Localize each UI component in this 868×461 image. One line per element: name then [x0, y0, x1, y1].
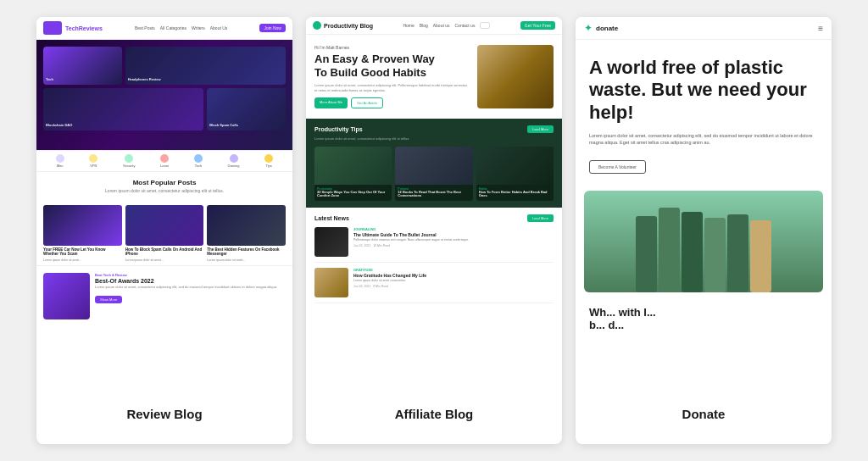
- logo-box: [43, 21, 62, 35]
- hero-grid: Tech Headphones Review Blockchain DAO Bl…: [43, 47, 286, 131]
- award-cta-button[interactable]: Show More: [95, 296, 122, 303]
- affiliate-blog-header: Productivity Blog Home Blog About us Con…: [306, 17, 562, 35]
- prod-post-3-content: Habits How To Form Better Habits And Bre…: [476, 185, 554, 202]
- prod-post-1-img: [314, 147, 392, 185]
- person-3: [682, 212, 703, 292]
- popular-post-1-desc: Lorem ipsum dolor sit amet...: [43, 258, 122, 262]
- nav-item-1[interactable]: Best Posts: [135, 25, 155, 31]
- search-icon[interactable]: [480, 22, 490, 29]
- news-item-2-img: [314, 268, 348, 297]
- popular-post-2-title: How To Block Spam Calls On Android And i…: [125, 247, 204, 257]
- news-item-2-title: How Gratitude Has Changed My Life: [353, 273, 554, 278]
- news-item-1-date: Jun 23, 2021 · 10 Min Read: [353, 244, 554, 247]
- donate-label: Donate: [576, 398, 832, 430]
- news-item-2-tag: GRATITUDE: [353, 268, 554, 272]
- nav-item-4[interactable]: About Us: [210, 25, 228, 31]
- main-container: TechReviews Best Posts All Categories Wr…: [0, 0, 868, 461]
- donate-team-image: [584, 191, 823, 292]
- review-blog-cta[interactable]: Join Now: [259, 24, 286, 32]
- review-blog-label: Review Blog: [36, 398, 292, 430]
- hero-secondary-btn[interactable]: Get An Article: [351, 97, 383, 108]
- hero-description: Lorem ipsum dolor sit amet, consectetur …: [314, 83, 470, 92]
- award-image: [43, 273, 90, 319]
- productivity-posts-grid: Productivity 32 Simple Ways You Can Step…: [314, 147, 554, 202]
- category-icon-2[interactable]: VPN: [89, 154, 97, 168]
- category-icon-1[interactable]: Mac: [56, 154, 64, 168]
- category-icon-6[interactable]: Gaming: [228, 154, 240, 168]
- donate-header: ✦ donate ≡: [576, 17, 832, 40]
- productivity-header: Productivity Tips Load More: [314, 125, 554, 133]
- review-blog-header: TechReviews Best Posts All Categories Wr…: [36, 17, 292, 40]
- news-load-more[interactable]: Load More: [527, 214, 554, 222]
- grid-item-1[interactable]: Tech: [43, 47, 122, 85]
- popular-post-3-desc: Lorem ipsum dolor sit amet...: [207, 258, 286, 262]
- grid-item-2-title: Headphones Review: [128, 78, 161, 82]
- prod-post-1-content: Productivity 32 Simple Ways You Can Step…: [314, 185, 392, 202]
- hero-primary-btn[interactable]: More About Me: [314, 97, 348, 108]
- prod-post-2-content: Podcast 12 Books To Read That Boost The …: [395, 185, 472, 202]
- news-section: Latest News Load More JOURNALING The Ult…: [306, 208, 562, 315]
- review-blog-nav: Best Posts All Categories Writers About …: [135, 25, 227, 31]
- grid-item-4[interactable]: Block Spam Calls: [207, 88, 286, 131]
- hamburger-menu-icon[interactable]: ≡: [818, 24, 823, 33]
- aff-nav-about[interactable]: About us: [433, 23, 450, 28]
- aff-nav-home[interactable]: Home: [403, 23, 414, 28]
- affiliate-blog-label: Affiliate Blog: [306, 398, 562, 430]
- popular-post-1-title: Your FREE Car Now Let You Know Whether Y…: [43, 247, 122, 257]
- donate-preview: ✦ donate ≡ A world free of plastic waste…: [576, 17, 832, 398]
- productivity-title: Productivity Tips: [314, 126, 363, 132]
- news-item-2[interactable]: GRATITUDE How Gratitude Has Changed My L…: [314, 268, 554, 303]
- person-5: [727, 214, 748, 292]
- affiliate-blog-card: Productivity Blog Home Blog About us Con…: [306, 17, 562, 444]
- grid-item-2[interactable]: Headphones Review: [125, 47, 286, 85]
- donate-hero-description: Lorem ipsum dolor sit amet, consectetur …: [589, 132, 818, 147]
- award-title: Best-Of Awards 2022: [95, 278, 286, 284]
- grid-item-3-title: Blockchain DAO: [46, 124, 72, 128]
- people-group: [584, 191, 823, 292]
- popular-post-3[interactable]: The Best Hidden Features On Facebook Mes…: [207, 205, 286, 262]
- nav-item-3[interactable]: Writers: [192, 25, 205, 31]
- prod-post-2-img: [395, 147, 472, 185]
- productivity-load-more[interactable]: Load More: [527, 125, 554, 133]
- hero-image: [477, 45, 554, 108]
- popular-post-2[interactable]: How To Block Spam Calls On Android And i…: [125, 205, 204, 262]
- prod-post-2-title: 12 Books To Read That Boost The Best Con…: [398, 191, 470, 199]
- productivity-post-1[interactable]: Productivity 32 Simple Ways You Can Step…: [314, 147, 392, 202]
- news-item-1-tag: JOURNALING: [353, 227, 554, 231]
- hero-title: An Easy & Proven WayTo Build Good Habits: [314, 53, 470, 79]
- hero-subtitle: Hi I'm Matt Barnes: [314, 45, 470, 50]
- productivity-post-2[interactable]: Podcast 12 Books To Read That Boost The …: [395, 147, 472, 202]
- popular-post-1-img: [43, 205, 122, 246]
- grid-item-3[interactable]: Blockchain DAO: [43, 88, 203, 131]
- affiliate-logo: Productivity Blog: [313, 21, 373, 30]
- grid-item-1-title: Tech: [46, 78, 53, 82]
- award-section: Best Tech & Review Best-Of Awards 2022 L…: [36, 265, 292, 326]
- productivity-post-3[interactable]: Habits How To Form Better Habits And Bre…: [476, 147, 554, 202]
- aff-nav-contact[interactable]: Contact us: [455, 23, 476, 28]
- category-icons-row: Mac VPN Security Learn Tech: [36, 150, 292, 172]
- affiliate-nav: Home Blog About us Contact us: [403, 22, 490, 29]
- popular-posts-title: Most Popular Posts: [36, 172, 292, 188]
- category-icon-4[interactable]: Learn: [160, 154, 169, 168]
- nav-item-2[interactable]: All Categories: [160, 25, 186, 31]
- popular-post-3-title: The Best Hidden Features On Facebook Mes…: [207, 247, 286, 257]
- review-blog-logo: TechReviews: [43, 21, 103, 35]
- aff-nav-blog[interactable]: Blog: [420, 23, 428, 28]
- news-title: Latest News: [314, 215, 349, 221]
- affiliate-logo-text: Productivity Blog: [324, 23, 373, 29]
- category-icon-3[interactable]: Security: [123, 154, 135, 168]
- donate-logo: ✦ donate: [584, 22, 618, 34]
- volunteer-button[interactable]: Become A Volunteer: [589, 160, 646, 174]
- news-item-1-desc: Pellentesque dolor vivamus sed congue. N…: [353, 238, 554, 242]
- news-item-1-title: The Ultimate Guide To The Bullet Journal: [353, 232, 554, 237]
- news-item-2-content: GRATITUDE How Gratitude Has Changed My L…: [353, 268, 554, 297]
- productivity-section: Productivity Tips Load More Lorem ipsum …: [306, 119, 562, 208]
- affiliate-hero-text: Hi I'm Matt Barnes An Easy & Proven WayT…: [314, 45, 470, 108]
- category-icon-7[interactable]: Tips: [264, 154, 273, 168]
- prod-post-3-title: How To Form Better Habits And Break Bad …: [479, 191, 551, 199]
- person-2: [659, 208, 680, 292]
- affiliate-cta[interactable]: Get Your Free: [520, 21, 555, 30]
- popular-post-1[interactable]: Your FREE Car Now Let You Know Whether Y…: [43, 205, 122, 262]
- category-icon-5[interactable]: Tech: [194, 154, 203, 168]
- news-item-1[interactable]: JOURNALING The Ultimate Guide To The Bul…: [314, 227, 554, 263]
